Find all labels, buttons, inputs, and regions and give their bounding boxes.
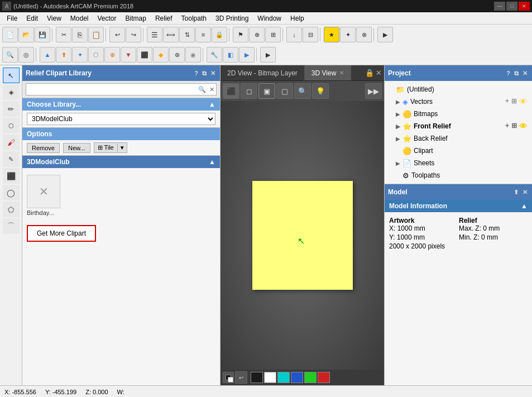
tb-cross[interactable]: ⊗ bbox=[356, 27, 372, 42]
tree-item-toolpaths[interactable]: ⚙ Toolpaths bbox=[385, 169, 532, 181]
tb-flip-h[interactable]: ⟺ bbox=[163, 27, 179, 42]
vectors-eye-button[interactable]: 👁 bbox=[519, 97, 528, 106]
tb-link[interactable]: ⊞ bbox=[265, 27, 281, 42]
view-btn-light[interactable]: 💡 bbox=[312, 83, 329, 99]
tile-dropdown-icon[interactable]: ▼ bbox=[117, 144, 127, 152]
tree-item-vectors[interactable]: ▶ ◈ Vectors + ⊞ 👁 bbox=[385, 95, 532, 108]
tab-3d-view[interactable]: 3D View ✕ bbox=[305, 65, 351, 80]
tb2-smooth[interactable]: ✦ bbox=[72, 47, 88, 63]
minimize-button[interactable]: — bbox=[494, 2, 505, 11]
tb2-circle[interactable]: ◎ bbox=[18, 47, 34, 63]
tb-open[interactable]: 📂 bbox=[18, 27, 34, 42]
view-btn-more[interactable]: ▶▶ bbox=[365, 83, 382, 99]
menu-model[interactable]: Model bbox=[66, 13, 93, 23]
tb2-texture[interactable]: ⊛ bbox=[169, 47, 185, 63]
tree-item-front-relief[interactable]: ▶ ⭐ Front Relief + ⊞ 👁 bbox=[385, 120, 532, 132]
tb-new[interactable]: 📄 bbox=[2, 27, 18, 42]
menu-view[interactable]: View bbox=[42, 13, 66, 23]
menu-window[interactable]: Window bbox=[253, 13, 286, 23]
tb-redo[interactable]: ↪ bbox=[126, 27, 141, 42]
tb-lock[interactable]: 🔒 bbox=[212, 27, 227, 42]
menu-vector[interactable]: Vector bbox=[93, 13, 121, 23]
lt-arc[interactable]: ⌒ bbox=[3, 218, 20, 234]
tile-button[interactable]: ⊞ Tile ▼ bbox=[94, 142, 127, 153]
panel-float-button[interactable]: ⧉ bbox=[201, 70, 208, 77]
get-more-clipart-button[interactable]: Get More Clipart bbox=[27, 225, 96, 242]
front-relief-grid-button[interactable]: ⊞ bbox=[511, 122, 517, 131]
tb-cut[interactable]: ✂ bbox=[56, 27, 71, 42]
lt-paint[interactable]: 🖌 bbox=[3, 135, 20, 150]
tb2-lower[interactable]: ▼ bbox=[121, 47, 136, 63]
swatch-green[interactable] bbox=[304, 372, 317, 383]
tree-item-bitmaps[interactable]: ▶ 🟡 Bitmaps bbox=[385, 108, 532, 120]
choose-library-bar[interactable]: Choose Library... ▲ bbox=[22, 98, 220, 111]
viewport[interactable]: ↖ bbox=[221, 101, 384, 370]
tb-flip-v[interactable]: ⇅ bbox=[179, 27, 195, 42]
tb-save[interactable]: 💾 bbox=[35, 27, 50, 42]
search-input[interactable] bbox=[26, 86, 196, 93]
lt-edit[interactable]: ✎ bbox=[3, 151, 20, 167]
lt-rect[interactable]: ⬛ bbox=[3, 168, 20, 184]
tb2-tri[interactable]: ▶ bbox=[239, 47, 255, 63]
tb2-box[interactable]: ◧ bbox=[223, 47, 238, 63]
lt-node[interactable]: ◈ bbox=[3, 84, 20, 100]
swatch-white[interactable] bbox=[264, 372, 276, 383]
menu-file[interactable]: File bbox=[2, 13, 22, 23]
tree-item-untitled[interactable]: 📁 (Untitled) bbox=[385, 83, 532, 95]
panel-help-button[interactable]: ? bbox=[193, 70, 199, 77]
tb-more-1[interactable]: ▶ bbox=[377, 27, 393, 42]
palette-color-icon[interactable] bbox=[223, 372, 234, 383]
close-button[interactable]: ✕ bbox=[519, 2, 530, 11]
clear-icon[interactable]: ✕ bbox=[208, 86, 216, 93]
tb-flag[interactable]: ⚑ bbox=[233, 27, 248, 42]
tb-down[interactable]: ↓ bbox=[286, 27, 302, 42]
view-btn-top[interactable]: ▣ bbox=[258, 83, 275, 99]
tab-3d-close-icon[interactable]: ✕ bbox=[339, 70, 344, 76]
lt-select[interactable]: ↖ bbox=[3, 68, 20, 83]
lt-pen[interactable]: ✏ bbox=[3, 101, 20, 117]
panel-close-button[interactable]: ✕ bbox=[209, 70, 217, 77]
tb-sparkle[interactable]: ✦ bbox=[340, 27, 356, 42]
view-btn-iso[interactable]: ◻ bbox=[241, 83, 257, 99]
palette-reset-icon[interactable]: ↩ bbox=[235, 371, 247, 384]
tb-copy[interactable]: ⎘ bbox=[72, 27, 88, 42]
menu-help[interactable]: Help bbox=[286, 13, 309, 23]
tb2-zoom[interactable]: 🔍 bbox=[2, 47, 18, 63]
library-select[interactable]: 3DModelClub bbox=[27, 113, 215, 125]
menu-toolpath[interactable]: Toolpath bbox=[177, 13, 211, 23]
swatch-red[interactable] bbox=[318, 372, 330, 383]
tb2-wrench[interactable]: 🔧 bbox=[207, 47, 222, 63]
view-control-lock[interactable]: 🔒 bbox=[365, 69, 374, 77]
vectors-add-button[interactable]: + bbox=[505, 97, 510, 106]
tb-list[interactable]: ☰ bbox=[147, 27, 162, 42]
view-btn-front[interactable]: ⬛ bbox=[223, 83, 239, 99]
tb-add[interactable]: ⊕ bbox=[249, 27, 265, 42]
swatch-cyan[interactable] bbox=[277, 372, 290, 383]
lt-ellipse[interactable]: ◯ bbox=[3, 185, 20, 200]
tree-item-sheets[interactable]: ▶ 📄 Sheets bbox=[385, 157, 532, 169]
project-close-button[interactable]: ✕ bbox=[521, 70, 529, 77]
remove-button[interactable]: Remove bbox=[27, 143, 60, 153]
model-restore-button[interactable]: ⬆ bbox=[512, 189, 520, 196]
tb-layers[interactable]: ≡ bbox=[195, 27, 211, 42]
view-control-close[interactable]: ✕ bbox=[376, 69, 382, 77]
tb2-more[interactable]: ▶ bbox=[260, 47, 276, 63]
tb2-diamond[interactable]: ◆ bbox=[153, 47, 169, 63]
view-btn-zoom-fit[interactable]: 🔍 bbox=[294, 83, 311, 99]
tb-undo[interactable]: ↩ bbox=[109, 27, 125, 42]
model-collapse-button[interactable]: ▲ bbox=[521, 202, 528, 210]
tb-star[interactable]: ★ bbox=[324, 27, 339, 42]
tb2-dome[interactable]: ⊕ bbox=[104, 47, 120, 63]
lt-polygon[interactable]: ⬠ bbox=[3, 202, 20, 217]
new-button[interactable]: New... bbox=[63, 143, 90, 153]
menu-bitmap[interactable]: Bitmap bbox=[121, 13, 151, 23]
maximize-button[interactable]: □ bbox=[506, 2, 517, 11]
menu-relief[interactable]: Relief bbox=[151, 13, 177, 23]
tb-grid[interactable]: ⊟ bbox=[303, 27, 318, 42]
swatch-blue[interactable] bbox=[291, 372, 303, 383]
clipart-item[interactable]: ✕ bbox=[27, 175, 60, 208]
view-btn-persp[interactable]: ▢ bbox=[276, 83, 293, 99]
front-relief-eye-button[interactable]: 👁 bbox=[519, 122, 528, 131]
model-close-button[interactable]: ✕ bbox=[521, 189, 529, 196]
tree-item-clipart[interactable]: 🟡 Clipart bbox=[385, 145, 532, 157]
